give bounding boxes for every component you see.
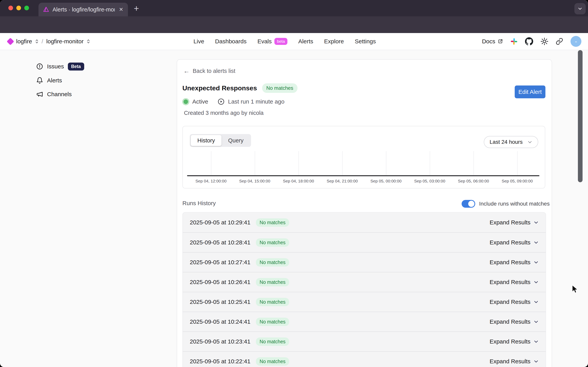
breadcrumb: logfire / logfire-monitor [8,33,90,50]
back-arrow-icon: ← [183,67,190,75]
x-tick-label: Sep 05, 03:00:00 [414,179,445,184]
run-timestamp: 2025-09-05 at 10:23:41 [190,338,250,345]
chevron-down-icon [534,280,539,285]
evals-beta-badge: beta [274,38,287,45]
toggle-knob [468,201,474,207]
expand-results-label: Expand Results [490,338,530,345]
expand-results-button[interactable]: Expand Results [490,338,539,345]
runs-history-heading: Runs History [182,200,216,207]
tab-close-icon[interactable]: ✕ [119,6,123,13]
selector-chevrons-icon[interactable] [87,39,90,44]
back-link-label: Back to alerts list [193,68,235,74]
close-window-button[interactable] [8,6,13,10]
browser-window: Alerts · logfire/logfire-monitor ✕ + ← →… [0,0,588,367]
run-row: 2025-09-05 at 10:28:41 No matches Expand… [183,232,545,252]
x-tick-label: Sep 04, 21:00:00 [327,179,358,184]
bell-icon [36,77,43,84]
run-row: 2025-09-05 at 10:25:41 No matches Expand… [183,292,545,312]
expand-results-label: Expand Results [490,259,530,266]
edit-alert-button[interactable]: Edit Alert [515,85,545,98]
expand-results-button[interactable]: Expand Results [490,259,539,266]
expand-results-button[interactable]: Expand Results [490,318,539,325]
sidebar-alerts-label: Alerts [47,77,62,84]
chevron-down-icon [577,6,583,11]
theme-sun-icon[interactable] [541,37,548,45]
user-avatar[interactable]: - [571,36,581,47]
chart-gridline [517,151,518,176]
run-result-badge: No matches [256,298,289,306]
docs-link[interactable]: Docs [482,38,503,45]
page-scrollbar[interactable] [578,50,583,182]
sidebar-item-issues[interactable]: Issues Beta [36,62,84,71]
back-to-alerts-link[interactable]: ← Back to alerts list [183,67,235,75]
share-link-icon[interactable] [556,38,563,45]
x-tick-label: Sep 04, 18:00:00 [283,179,314,184]
run-result-badge: No matches [256,238,289,247]
run-timestamp: 2025-09-05 at 10:25:41 [190,299,250,305]
run-result-badge: No matches [256,278,289,286]
chart-gridline [473,151,474,176]
browser-tab[interactable]: Alerts · logfire/logfire-monitor ✕ [39,3,128,16]
nav-settings[interactable]: Settings [355,38,376,45]
expand-results-label: Expand Results [490,219,530,226]
minimize-window-button[interactable] [16,6,21,10]
nav-live[interactable]: Live [194,38,204,45]
github-icon[interactable] [525,37,533,45]
expand-results-label: Expand Results [490,299,530,305]
history-query-tabs: History Query [190,134,251,147]
nav-evals[interactable]: Evals beta [257,38,287,45]
active-dot-icon [184,100,188,104]
x-tick-label: Sep 05, 06:00:00 [458,179,489,184]
logfire-logo-icon [7,38,14,45]
org-selector[interactable]: logfire [16,38,32,45]
chevron-down-icon [534,260,539,265]
include-runs-toggle[interactable] [462,200,475,208]
chevron-down-icon [534,220,539,225]
sidebar-issues-label: Issues [47,63,64,70]
expand-results-button[interactable]: Expand Results [490,358,539,365]
nav-alerts[interactable]: Alerts [298,38,313,45]
tab-query[interactable]: Query [222,135,250,146]
history-panel: History Query Last 24 hours Sep 04, 12:0… [182,126,545,188]
tab-search-button[interactable] [574,3,586,14]
project-selector[interactable]: logfire-monitor [46,38,84,45]
sidebar-item-channels[interactable]: Channels [36,90,72,99]
new-tab-button[interactable]: + [134,3,139,14]
expand-results-button[interactable]: Expand Results [490,299,539,305]
run-result-badge: No matches [256,337,289,346]
nav-dashboards[interactable]: Dashboards [215,38,247,45]
logfire-favicon-icon [43,7,49,12]
sidebar-channels-label: Channels [47,91,72,98]
chevron-down-icon [527,140,532,145]
sidebar-item-alerts[interactable]: Alerts [36,76,62,85]
expand-results-label: Expand Results [490,358,530,365]
run-timestamp: 2025-09-05 at 10:22:41 [190,358,250,365]
nav-explore[interactable]: Explore [324,38,344,45]
run-row: 2025-09-05 at 10:22:41 No matches Expand… [183,351,545,367]
browser-toolbar: ← → ↻ logfire-us.pydantic.dev/logfire/lo… [0,16,588,33]
expand-results-button[interactable]: Expand Results [490,279,539,285]
run-timestamp: 2025-09-05 at 10:24:41 [190,318,250,325]
run-timestamp: 2025-09-05 at 10:29:41 [190,219,250,226]
run-row: 2025-09-05 at 10:26:41 No matches Expand… [183,272,545,292]
expand-results-button[interactable]: Expand Results [490,219,539,226]
last-run-label: Last run 1 minute ago [228,98,284,105]
external-link-icon [498,39,503,44]
chevron-down-icon [534,359,539,364]
tab-title: Alerts · logfire/logfire-monitor [52,6,115,13]
tab-history[interactable]: History [191,135,222,146]
active-label: Active [192,98,208,105]
play-circle-icon [218,98,225,105]
chart-gridline [386,151,386,176]
created-by-label: Created 3 months ago by nicola [184,110,264,116]
fullscreen-window-button[interactable] [24,6,29,10]
run-timestamp: 2025-09-05 at 10:26:41 [190,279,250,285]
megaphone-icon [36,91,43,98]
run-result-badge: No matches [256,318,289,326]
selector-chevrons-icon[interactable] [35,39,39,44]
time-range-select[interactable]: Last 24 hours [484,136,538,148]
expand-results-button[interactable]: Expand Results [490,239,539,246]
slack-icon[interactable] [511,38,518,45]
run-result-badge: No matches [256,357,289,366]
browser-tab-strip: Alerts · logfire/logfire-monitor ✕ + [0,0,588,16]
